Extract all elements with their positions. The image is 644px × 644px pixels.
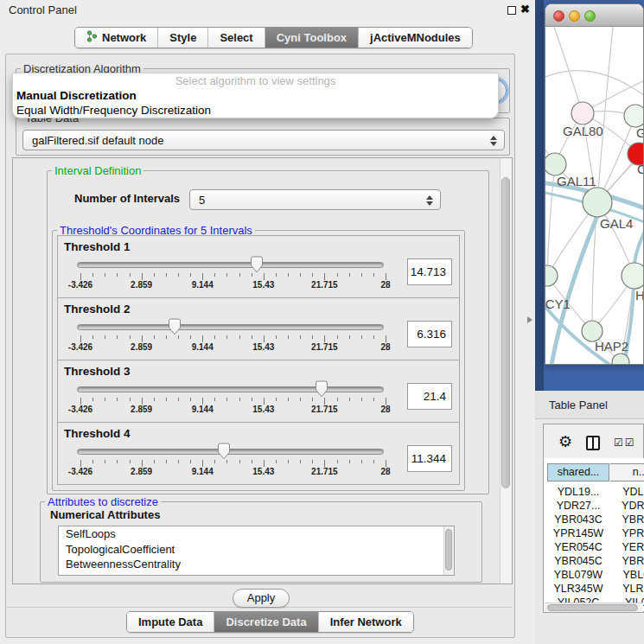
attributes-listbox[interactable]: SelfLoopsTopologicalCoefficientBetweenne… (58, 526, 455, 576)
network-node[interactable] (624, 105, 644, 127)
threshold-panel-3: Threshold 3-3.4262.8599.14415.4321.71528… (57, 360, 460, 423)
list-item[interactable]: SelfLoops (59, 526, 454, 542)
table-cell[interactable]: YPR145W (547, 527, 609, 539)
table-data-value: galFiltered.sif default node (32, 134, 163, 147)
panel-splitter-arrow[interactable] (527, 316, 532, 323)
network-node[interactable] (571, 102, 594, 124)
bottom-tab-bar: Impute Data Discretize Data Infer Networ… (126, 611, 414, 633)
slider-track[interactable] (77, 324, 384, 330)
horizontal-scrollbar-thumb[interactable] (547, 604, 638, 611)
column-header-shared-name[interactable]: shared... (547, 463, 609, 481)
table-row[interactable]: YPR145WYPR1... (544, 527, 644, 541)
network-node[interactable] (545, 153, 566, 175)
table-cell[interactable]: YDR27... (547, 500, 609, 512)
network-node[interactable] (545, 265, 558, 286)
threshold-panels: Threshold 1-3.4262.8599.14415.4321.71528… (57, 235, 460, 486)
threshold-value-field[interactable]: 11.344 (407, 445, 452, 472)
table-cell[interactable]: YBL0... (610, 569, 644, 581)
tab-discretize-data[interactable]: Discretize Data (214, 612, 317, 632)
panel-title: Control Panel (9, 3, 77, 16)
network-edge (597, 27, 613, 202)
table-cell[interactable]: YPR1... (610, 527, 644, 539)
slider-track[interactable] (77, 262, 384, 268)
minimize-traffic-light[interactable] (569, 10, 580, 22)
tab-impute-data[interactable]: Impute Data (127, 612, 214, 632)
network-node[interactable] (622, 263, 644, 289)
tab-cyni-toolbox[interactable]: Cyni Toolbox (265, 28, 358, 48)
slider-thumb[interactable] (168, 318, 182, 335)
slider-tick-labels: -3.4262.8599.14415.4321.71528 (80, 342, 386, 353)
checkbox-icons[interactable]: ☑☑ (614, 437, 636, 449)
table-row[interactable]: YER054CYER0... (544, 541, 644, 555)
float-window-icon[interactable] (507, 6, 516, 15)
table-cell[interactable]: YBR0... (610, 555, 644, 567)
number-of-intervals-label: Number of Intervals (74, 192, 180, 205)
tab-select[interactable]: Select (207, 28, 264, 48)
columns-icon[interactable] (586, 436, 600, 450)
tab-discretize-data-label: Discretize Data (226, 615, 306, 628)
slider-thumb[interactable] (250, 256, 264, 273)
network-node[interactable] (583, 188, 612, 217)
top-tab-bar: Network Style Select Cyni Toolbox jActiv… (74, 27, 473, 48)
table-cell[interactable]: YDL1... (610, 486, 644, 498)
threshold-value-field[interactable]: 6.316 (407, 321, 452, 348)
table-cell[interactable]: YLR345W (547, 583, 609, 595)
threshold-value-field[interactable]: 14.713 (407, 258, 452, 285)
tab-jactivemnodules[interactable]: jActiveMNodules (358, 28, 472, 48)
tab-style[interactable]: Style (157, 28, 207, 48)
table-cell[interactable]: YDL19... (547, 486, 609, 498)
table-cell[interactable]: YLR3... (610, 583, 644, 595)
slider-ticks (80, 335, 386, 342)
table-row[interactable]: YDL19...YDL1... (544, 486, 644, 500)
table-row[interactable]: YBR045CYBR0... (544, 555, 644, 569)
tab-network[interactable]: Network (75, 28, 157, 48)
network-canvas[interactable]: GAL80GACGAL11GAL4GCY1HHAP2 (545, 27, 644, 365)
list-item[interactable]: TopologicalCoefficient (59, 542, 454, 558)
slider-tick-labels: -3.4262.8599.14415.4321.71528 (80, 405, 386, 415)
list-item[interactable]: BetweennessCentrality (59, 557, 454, 572)
slider-track[interactable] (77, 386, 384, 392)
number-of-intervals-combobox[interactable]: 5 (189, 189, 441, 210)
table-row[interactable]: YLR345WYLR3... (544, 583, 644, 596)
network-window-titlebar[interactable] (545, 4, 643, 27)
table-panel-header: Table Panel (535, 391, 644, 419)
horizontal-scrollbar-track[interactable] (545, 603, 643, 612)
tab-impute-data-label: Impute Data (138, 615, 202, 628)
table-cell[interactable]: YBR045C (547, 555, 609, 567)
threshold-panel-4: Threshold 4-3.4262.8599.14415.4321.71528… (57, 422, 460, 485)
table-row[interactable]: YBL079WYBL0... (544, 569, 644, 583)
close-traffic-light[interactable] (553, 10, 564, 22)
table-data-combobox[interactable]: galFiltered.sif default node (22, 130, 505, 150)
gear-icon[interactable]: ⚙ (558, 432, 572, 451)
tab-style-label: Style (169, 31, 196, 44)
popup-item-equal-width-frequency[interactable]: Equal Width/Frequency Discretization (16, 104, 211, 117)
control-panel-titlebar: Control Panel ✖ (0, 0, 535, 21)
apply-button[interactable]: Apply (233, 589, 290, 608)
threshold-value-field[interactable]: 21.4 (407, 383, 452, 410)
popup-item-manual-discretization[interactable]: Manual Discretization (16, 89, 137, 102)
tab-jactivemnodules-label: jActiveMNodules (370, 31, 461, 44)
slider-tick-labels: -3.4262.8599.14415.4321.71528 (80, 467, 386, 477)
app-root: Control Panel ✖ Network Style Select Cyn… (0, 0, 644, 644)
slider-thumb[interactable] (315, 380, 328, 398)
table-cell[interactable]: YBL079W (547, 569, 609, 581)
table-row[interactable]: YDR27...YDR2... (544, 500, 644, 513)
tab-cyni-toolbox-label: Cyni Toolbox (277, 31, 347, 44)
column-header-name[interactable]: n... (610, 463, 644, 481)
tab-network-label: Network (102, 31, 146, 44)
table-cell[interactable]: YER0... (610, 541, 644, 553)
table-cell[interactable]: YBR0... (610, 513, 644, 526)
network-tab-icon (86, 30, 98, 45)
table-row[interactable]: YBR043CYBR0... (544, 513, 644, 527)
threshold-panel-1: Threshold 1-3.4262.8599.14415.4321.71528… (57, 235, 460, 298)
zoom-traffic-light[interactable] (584, 10, 596, 22)
tab-infer-network[interactable]: Infer Network (318, 612, 413, 632)
listbox-scrollbar-thumb[interactable] (445, 529, 452, 571)
table-cell[interactable]: YDR2... (610, 500, 644, 512)
vertical-scrollbar-thumb[interactable] (501, 177, 510, 488)
close-icon[interactable]: ✖ (520, 3, 530, 16)
slider-thumb[interactable] (217, 443, 231, 460)
table-cell[interactable]: YBR043C (547, 513, 609, 526)
table-cell[interactable]: YER054C (547, 541, 609, 553)
threshold-label: Threshold 1 (64, 240, 131, 253)
